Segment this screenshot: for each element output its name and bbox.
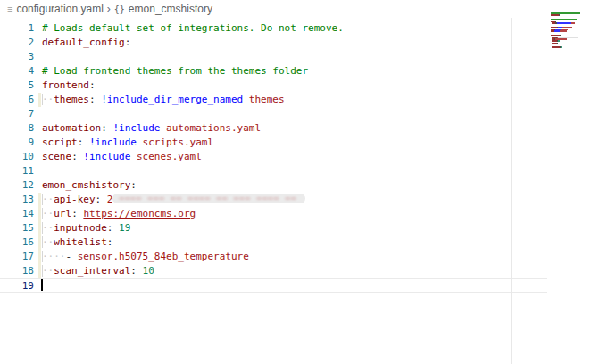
symbol-object-icon: {} [114,4,125,14]
line-number[interactable]: 11 [0,164,34,178]
code-line[interactable]: 18··scan_interval: 10 [0,264,547,278]
column-ruler [511,18,512,364]
code-token: : [101,122,107,134]
code-token: automations.yaml [160,122,261,134]
code-line[interactable]: 1# Loads default set of integrations. Do… [0,21,547,36]
line-number[interactable]: 1 [0,21,34,36]
code-line-text: ··url: https://emoncms.org [34,207,196,221]
code-token: scenes.yaml [130,151,201,162]
line-number[interactable]: 5 [0,79,34,93]
code-token: frontend [42,79,89,91]
line-number[interactable]: 12 [0,178,34,193]
code-lines: 1# Loads default set of integrations. Do… [0,18,616,293]
code-line-text: ····- sensor.h5075_84eb_temperature [34,250,249,264]
line-number[interactable]: 16 [0,236,34,250]
line-number[interactable]: 18 [0,264,34,278]
code-token: api-key [54,194,95,205]
code-line-text: script: !include scripts.yaml [34,136,213,150]
line-number[interactable]: 15 [0,221,34,236]
code-line-text: default_config: [34,36,130,50]
url-link[interactable]: https://emoncms.org [83,208,196,219]
code-token: !include_dir_merge_named [101,94,243,105]
code-token: : [130,265,137,277]
code-token: : [89,94,96,105]
code-line[interactable]: 12emon_cmshistory: [0,178,547,193]
indent-whitespace: ·· [42,251,54,262]
code-token: script [42,136,78,148]
code-line-text: emon_cmshistory: [34,178,137,193]
line-number[interactable]: 6 [0,93,34,107]
line-number[interactable]: 4 [0,64,34,79]
code-token: automation [42,122,101,134]
code-line[interactable]: 7 [0,107,547,121]
code-token: # Load frontend themes from the themes f… [42,65,308,77]
code-token: whitelist [54,236,107,248]
code-token: !include [83,136,137,148]
code-line[interactable]: 15··inputnode: 19 [0,221,547,236]
code-line-text: ··whitelist: [34,236,112,250]
line-number[interactable]: 2 [0,36,34,50]
code-line-text [34,50,42,64]
code-token: scripts.yaml [137,136,213,148]
code-token: : [130,179,137,191]
code-token: inputnode [54,222,107,234]
line-number[interactable]: 7 [0,107,34,121]
file-list-icon: ≡ [7,4,12,14]
code-token: 19 [112,222,130,234]
minimap-line [551,48,583,50]
code-line-text: ··api-key: 2‒‒‒‒ ‒‒‒ ‒‒ ‒‒‒‒ ‒‒ ‒‒‒ ‒‒‒‒… [34,193,305,207]
code-line[interactable]: 19 [0,278,547,293]
code-editor[interactable]: 1# Loads default set of integrations. Do… [0,18,616,364]
code-line-text [34,164,42,178]
code-token: emon_cmshistory [42,179,130,191]
redacted-api-key: ‒‒‒‒ ‒‒‒ ‒‒ ‒‒‒‒ ‒‒ ‒‒‒ ‒‒‒‒ ‒‒ [112,194,305,203]
text-cursor [41,279,43,291]
indent-whitespace: ·· [42,265,54,277]
line-number[interactable]: 13 [0,193,34,207]
line-number[interactable]: 3 [0,50,34,64]
code-line[interactable]: 8automation: !include automations.yaml [0,121,547,136]
code-line[interactable]: 10scene: !include scenes.yaml [0,150,547,164]
code-token: !include [107,122,161,134]
code-line[interactable]: 17····- sensor.h5075_84eb_temperature [0,250,547,264]
indent-whitespace: ·· [54,251,65,262]
code-token: # Loads default set of integrations. Do … [42,22,344,34]
code-line-text: # Loads default set of integrations. Do … [34,21,344,36]
code-line[interactable]: 13··api-key: 2‒‒‒‒ ‒‒‒ ‒‒ ‒‒‒‒ ‒‒ ‒‒‒ ‒‒… [0,193,547,207]
code-line[interactable]: 9script: !include scripts.yaml [0,136,547,150]
code-token: themes [243,94,284,105]
code-token: : [107,236,113,248]
indent-whitespace: ·· [42,236,54,248]
line-number[interactable]: 8 [0,121,34,136]
code-line-text [34,107,42,121]
code-line[interactable]: 6··themes: !include_dir_merge_named them… [0,93,547,107]
breadcrumb: ≡ configuration.yaml › {} emon_cmshistor… [0,0,616,18]
code-token: : [89,79,96,91]
code-token: : [71,208,78,219]
line-number[interactable]: 19 [0,279,34,292]
code-line[interactable]: 14··url: https://emoncms.org [0,207,547,221]
minimap[interactable] [551,12,583,50]
code-line[interactable]: 5frontend: [0,79,547,93]
chevron-right-icon: › [107,3,111,15]
code-token: !include [78,151,131,162]
line-number[interactable]: 9 [0,136,34,150]
code-line-text: frontend: [34,79,96,93]
code-token: url [54,208,71,219]
line-number[interactable]: 10 [0,150,34,164]
line-number[interactable]: 14 [0,207,34,221]
line-number[interactable]: 17 [0,250,34,264]
code-token: - [66,251,78,262]
code-line[interactable]: 4# Load frontend themes from the themes … [0,64,547,79]
code-token: scan_interval [54,265,130,277]
code-line[interactable]: 16··whitelist: [0,236,547,250]
code-line[interactable]: 11 [0,164,547,178]
breadcrumb-file[interactable]: configuration.yaml [16,3,103,15]
code-token: scene [42,151,71,162]
code-token: : [125,37,131,48]
code-token: 2 [101,194,112,205]
code-line[interactable]: 2default_config: [0,36,547,50]
code-line[interactable]: 3 [0,50,547,64]
breadcrumb-symbol[interactable]: emon_cmshistory [129,3,212,15]
code-token: default_config [42,37,125,48]
